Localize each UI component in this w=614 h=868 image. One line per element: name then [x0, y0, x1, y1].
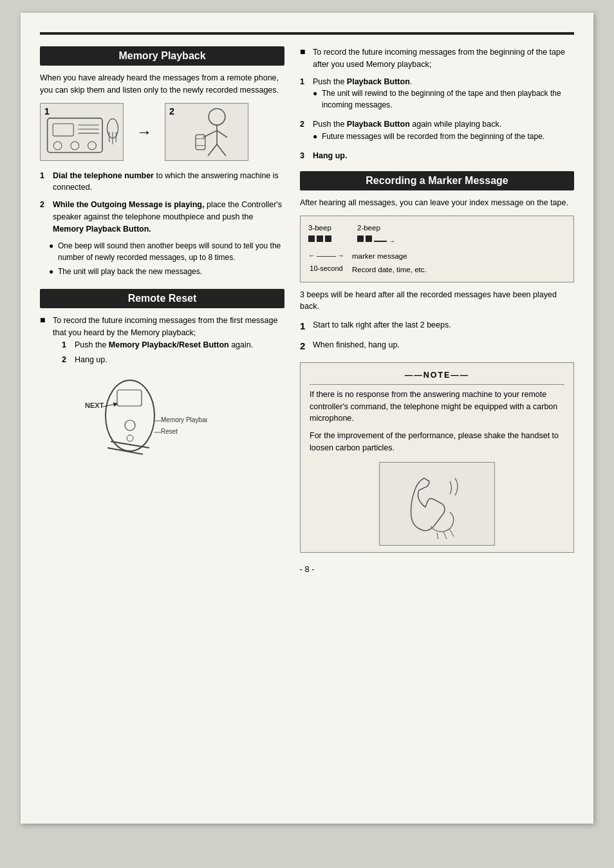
- step-1-num: 1: [40, 170, 49, 194]
- beep-note: 3 beeps will be heard after all the reco…: [300, 289, 574, 313]
- memory-playback-steps: 1 Dial the telephone number to which the…: [40, 170, 284, 235]
- recording-step-2-text: When finished, hang up.: [313, 339, 400, 354]
- memory-playback-images: 1: [40, 103, 284, 161]
- main-columns: Memory Playback When you have already he…: [40, 46, 574, 553]
- svg-text:Reset: Reset: [161, 428, 178, 435]
- recording-step-2: 2 When finished, hang up.: [300, 339, 574, 354]
- step-2-content: While the Outgoing Message is playing, p…: [53, 199, 284, 235]
- step-1: 1 Dial the telephone number to which the…: [40, 170, 284, 194]
- bullet-2-text: The unit will play back the new messages…: [58, 266, 202, 277]
- recording-step-1-text: Start to talk right after the last 2 bee…: [313, 319, 451, 334]
- remote-reset-section: Remote Reset ■ To record the future inco…: [40, 289, 284, 461]
- step-2-num: 2: [40, 199, 49, 235]
- svg-text:Memory Playback: Memory Playback: [161, 416, 207, 423]
- memory-playback-image-1: 1: [40, 103, 124, 161]
- sub-step-2-text: Hang up.: [75, 354, 107, 366]
- beep-sq-5: [366, 235, 372, 242]
- note-box: ——NOTE—— If there is no response from th…: [300, 362, 574, 553]
- recording-step-1-num: 1: [300, 319, 309, 334]
- svg-point-21: [106, 380, 154, 451]
- beep-squares-3: [308, 235, 331, 242]
- right-step-3-num: 3: [300, 150, 309, 162]
- step-1-content: Dial the telephone number to which the a…: [53, 170, 284, 194]
- svg-line-17: [217, 144, 226, 156]
- beep-col-1: 3-beep: [308, 221, 331, 248]
- step-2-bold: While the Outgoing Message is playing,: [53, 200, 204, 209]
- beep-lower-row: ← → 10-second marker message Record date…: [308, 250, 566, 276]
- beep-diagram: 3-beep 2-beep: [300, 216, 574, 282]
- svg-rect-1: [53, 124, 73, 136]
- beep-arrow-line: [374, 235, 387, 242]
- line-1: [317, 256, 336, 257]
- sub-step-1-bold: Memory Playback/Reset Button: [109, 340, 229, 349]
- svg-line-26: [103, 404, 116, 407]
- recording-marker-title: Recording a Marker Message: [300, 171, 574, 190]
- image-1-label: 1: [44, 106, 50, 116]
- beep-squares-2: →: [357, 235, 395, 247]
- left-column: Memory Playback When you have already he…: [40, 46, 284, 553]
- right-step-1: 1 Push the Playback Button. ● The unit w…: [300, 76, 574, 114]
- square-bullet-icon: ■: [40, 315, 49, 368]
- beep-10sec-label: 10-second: [310, 263, 342, 275]
- right-step-3-content: Hang up.: [313, 150, 347, 162]
- svg-point-24: [127, 435, 133, 441]
- bullet-2: ● The unit will play back the new messag…: [49, 266, 284, 277]
- right-intro-text: To record the future incoming messages f…: [313, 46, 574, 71]
- right-column: ■ To record the future incoming messages…: [300, 46, 574, 553]
- sketch-answering-machine-1: [41, 104, 123, 160]
- memory-playback-desc: When you have already heard the messages…: [40, 72, 284, 97]
- page-number: - 8 -: [40, 564, 574, 574]
- handset-sketch-svg: [392, 468, 482, 539]
- remote-reset-intro: ■ To record the future incoming messages…: [40, 315, 284, 368]
- step-2-bold2: Memory Playback Button.: [53, 225, 151, 234]
- marker-label: marker message: [352, 250, 427, 263]
- beep-label-1: 3-beep: [308, 221, 331, 235]
- memory-playback-section: Memory Playback When you have already he…: [40, 46, 284, 277]
- remote-reset-intro-text: To record the future incoming messages f…: [53, 315, 284, 368]
- svg-point-12: [209, 108, 225, 125]
- memory-playback-title: Memory Playback: [40, 46, 284, 66]
- note-title: ——NOTE——: [310, 369, 564, 385]
- svg-point-23: [125, 420, 135, 430]
- svg-line-15: [217, 130, 227, 137]
- bullet-1: ● One beep will sound then another beeps…: [49, 240, 284, 263]
- svg-text:NEXT: NEXT: [85, 402, 104, 409]
- right-step-2: 2 Push the Playback Button again while p…: [300, 118, 574, 145]
- memory-playback-image-2: 2: [165, 103, 248, 161]
- right-step-2-bold: Playback Button: [347, 120, 410, 129]
- beep-label-2: 2-beep: [357, 221, 395, 235]
- remote-sub-step-2: 2 Hang up.: [62, 354, 284, 366]
- beep-sq-1: [308, 235, 315, 242]
- right-step-1-bullet: ● The unit will rewind to the beginning …: [313, 88, 574, 111]
- svg-line-16: [208, 144, 217, 156]
- record-label: Record date, time, etc.: [352, 263, 427, 277]
- beep-sq-3: [325, 235, 331, 242]
- left-arrow: ←: [308, 250, 315, 263]
- right-step-1-bullet-text: The unit will rewind to the beginning of…: [322, 88, 574, 111]
- beep-col-2: 2-beep →: [357, 221, 395, 248]
- right-step-2-num: 2: [300, 118, 309, 145]
- note-text-1: If there is no response from the answeri…: [310, 389, 564, 425]
- recording-marker-desc: After hearing all messages, you can leav…: [300, 197, 574, 209]
- phone-diagram: [379, 462, 495, 546]
- svg-point-7: [88, 141, 97, 149]
- beep-arrows-row: ← →: [308, 250, 344, 263]
- right-intro-bullet: ■ To record the future incoming messages…: [300, 46, 574, 71]
- right-square-icon: ■: [300, 46, 309, 71]
- svg-point-6: [71, 141, 79, 149]
- remote-reset-sub-steps: 1 Push the Memory Playback/Reset Button …: [53, 339, 284, 366]
- sub-step-2-num: 2: [62, 354, 71, 366]
- sub-step-1-text: Push the Memory Playback/Reset Button ag…: [75, 339, 253, 351]
- right-arrow: →: [337, 250, 344, 263]
- right-step-1-bold: Playback Button: [347, 77, 410, 86]
- step-2: 2 While the Outgoing Message is playing,…: [40, 199, 284, 235]
- recording-step-2-num: 2: [300, 339, 309, 354]
- note-text-2: For the improvement of the performance, …: [310, 430, 564, 454]
- remote-reset-title: Remote Reset: [40, 289, 284, 308]
- right-step-1-num: 1: [300, 76, 309, 114]
- svg-rect-22: [117, 390, 142, 406]
- page: Memory Playback When you have already he…: [21, 13, 593, 824]
- step-1-bold: Dial the telephone number: [53, 171, 154, 180]
- beep-sq-2: [317, 235, 323, 242]
- beep-row: 3-beep 2-beep: [308, 221, 566, 248]
